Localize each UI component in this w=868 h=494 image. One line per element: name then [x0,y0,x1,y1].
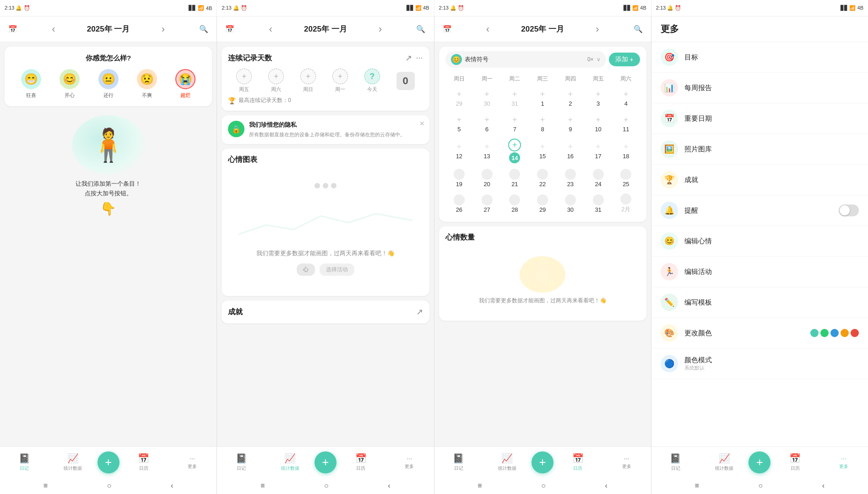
privacy-close-btn[interactable]: ✕ [419,120,425,127]
nav-right-3[interactable]: › [590,22,605,37]
more-item-change-color[interactable]: 🎨 更改颜色 [651,318,868,349]
home-btn-1[interactable]: ○ [107,482,112,490]
cal-cell-9[interactable]: +9 [557,112,585,136]
home-btn-3[interactable]: ○ [541,482,546,490]
nav-left-2[interactable]: ‹ [263,22,278,37]
color-dot-green[interactable] [820,329,829,337]
more-item-goal[interactable]: 🎯 目标 [651,42,868,73]
cal-cell-31[interactable]: +31 [501,86,529,110]
cal-cell-feb[interactable]: 2月 [612,192,640,215]
cal-cell-21[interactable]: 21 [501,166,529,190]
more-icon[interactable]: ··· [416,53,423,63]
cal-cell-6[interactable]: +6 [473,112,501,136]
menu-btn-2[interactable]: ≡ [260,482,265,490]
cal-cell-13[interactable]: +13 [473,138,501,164]
fab-button-1[interactable]: + [98,451,119,473]
search-icon-2[interactable]: 🔍 [413,22,428,37]
more-item-weekly[interactable]: 📊 每周报告 [651,73,868,103]
cal-cell-1[interactable]: +1 [529,86,557,110]
nav-tab-diary-2[interactable]: 📓 日记 [217,447,266,478]
cal-cell-27[interactable]: 27 [473,192,501,215]
nav-tab-diary-3[interactable]: 📓 日记 [434,447,483,478]
cal-cell-20[interactable]: 20 [473,166,501,190]
achievement-share-icon[interactable]: ↗ [416,307,423,317]
back-btn-4[interactable]: ‹ [822,482,825,490]
cal-cell-29b[interactable]: 29 [529,192,557,215]
nav-tab-stats-1[interactable]: 📈 统计数据 [49,447,97,478]
nav-tab-diary-4[interactable]: 📓 日记 [651,447,700,478]
back-btn-3[interactable]: ‹ [605,482,608,490]
more-item-edit-mood[interactable]: 😊 编辑心情 [651,226,868,257]
fab-button-2[interactable]: + [315,451,336,473]
cal-cell-28[interactable]: 28 [501,192,529,215]
cal-cell-3[interactable]: +3 [584,86,612,110]
cal-cell-29[interactable]: +29 [445,86,473,110]
nav-left-1[interactable]: ‹ [46,22,61,37]
cal-cell-17[interactable]: +17 [584,138,612,164]
menu-btn-4[interactable]: ≡ [695,482,699,490]
cal-cell-4[interactable]: +4 [612,86,640,110]
nav-tab-calendar-3[interactable]: 📅 日历 [553,447,602,478]
calendar-icon-1[interactable]: 📅 [5,22,20,37]
more-item-write-template[interactable]: ✏️ 编写模板 [651,287,868,318]
cal-cell-24[interactable]: 24 [584,166,612,190]
menu-btn-1[interactable]: ≡ [43,482,48,490]
more-item-important-dates[interactable]: 📅 重要日期 [651,103,868,134]
chart-filter-btn[interactable]: 心 [297,263,315,276]
calendar-icon-3[interactable]: 📅 [440,22,455,37]
reminder-toggle[interactable] [839,204,859,216]
emoji-selector[interactable]: 😊 表情符号 0× ∨ [445,51,606,68]
nav-tab-stats-2[interactable]: 📈 统计数据 [266,447,315,478]
cal-cell-22[interactable]: 22 [529,166,557,190]
cal-cell-19[interactable]: 19 [445,166,473,190]
more-item-achievements[interactable]: 🏆 成就 [651,165,868,195]
nav-tab-diary-1[interactable]: 📓 日记 [0,447,49,478]
color-dot-teal[interactable] [810,329,819,337]
cal-cell-31b[interactable]: 31 [584,192,612,215]
nav-tab-more-2[interactable]: ··· 更多 [385,447,434,478]
cal-cell-30[interactable]: 30 [557,192,585,215]
mood-item-ok[interactable]: 😐 还行 [98,69,119,99]
mood-item-terrible[interactable]: 😭 超烂 [175,69,195,99]
cal-cell-5[interactable]: +5 [445,112,473,136]
more-item-photo-gallery[interactable]: 🖼️ 照片图库 [651,134,868,165]
more-item-color-mode[interactable]: 🔵 颜色模式 系统默认 [651,349,868,379]
cal-cell-8[interactable]: +8 [529,112,557,136]
cal-cell-11[interactable]: +11 [612,112,640,136]
mood-item-happy[interactable]: 😊 开心 [60,69,80,99]
back-btn-1[interactable]: ‹ [171,482,173,490]
fab-button-4[interactable]: + [749,451,770,473]
nav-tab-more-3[interactable]: ··· 更多 [602,447,651,478]
cal-cell-25[interactable]: 25 [612,166,640,190]
back-btn-2[interactable]: ‹ [388,482,390,490]
nav-tab-calendar-4[interactable]: 📅 日历 [770,447,819,478]
cal-cell-16[interactable]: +16 [557,138,585,164]
mood-item-joyful[interactable]: 😁 狂喜 [21,69,41,99]
home-btn-2[interactable]: ○ [324,482,329,490]
cal-cell-10[interactable]: +10 [584,112,612,136]
color-dot-orange[interactable] [841,329,849,337]
menu-btn-3[interactable]: ≡ [477,482,482,490]
search-icon-3[interactable]: 🔍 [631,22,646,37]
cal-cell-7[interactable]: +7 [501,112,529,136]
cal-cell-18[interactable]: +18 [612,138,640,164]
nav-tab-calendar-1[interactable]: 📅 日历 [119,447,168,478]
nav-tab-calendar-2[interactable]: 📅 日历 [336,447,385,478]
chart-activity-btn[interactable]: 选择活动 [320,263,354,276]
cal-cell-15[interactable]: +15 [529,138,557,164]
home-btn-4[interactable]: ○ [759,482,763,490]
mood-item-bad[interactable]: 😟 不爽 [137,69,157,99]
nav-tab-stats-4[interactable]: 📈 统计数据 [700,447,749,478]
nav-right-2[interactable]: › [373,22,388,37]
more-item-edit-activity[interactable]: 🏃 编辑活动 [651,257,868,287]
search-icon-1[interactable]: 🔍 [196,22,211,37]
nav-tab-more-1[interactable]: ··· 更多 [168,447,217,478]
nav-tab-stats-3[interactable]: 📈 统计数据 [483,447,532,478]
cal-cell-26[interactable]: 26 [445,192,473,215]
more-item-reminder[interactable]: 🔔 提醒 [651,195,868,226]
cal-cell-14-today[interactable]: + 14 [501,138,529,164]
nav-tab-more-4[interactable]: ··· 更多 [819,447,868,478]
color-dot-blue[interactable] [830,329,839,337]
calendar-icon-2[interactable]: 📅 [222,22,237,37]
fab-button-3[interactable]: + [532,451,553,473]
